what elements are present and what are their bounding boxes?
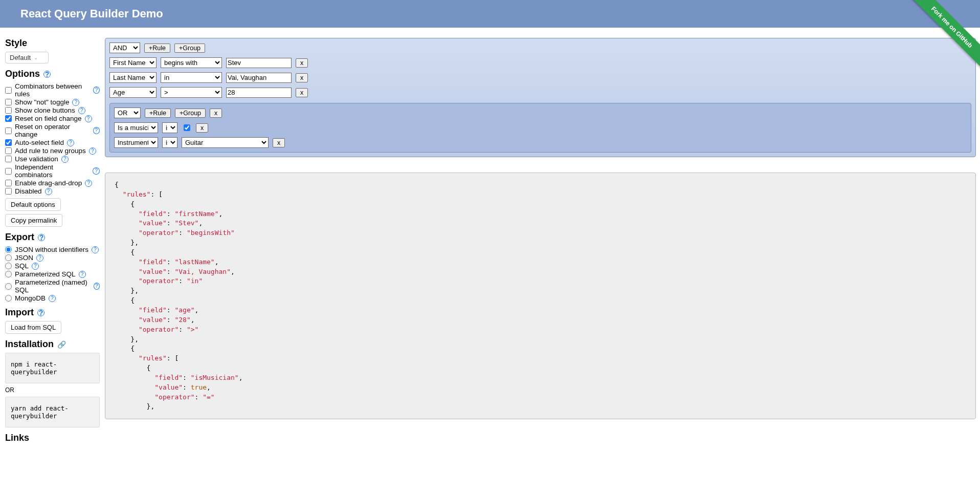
help-icon[interactable]: ? xyxy=(89,147,96,155)
option-row: Use validation? xyxy=(5,155,100,163)
help-icon[interactable]: ? xyxy=(36,254,43,262)
copy-permalink-button[interactable]: Copy permalink xyxy=(5,214,62,227)
help-icon[interactable]: ? xyxy=(94,283,100,290)
operator-select[interactable]: is xyxy=(162,122,177,133)
export-radio[interactable] xyxy=(5,271,12,277)
help-icon[interactable]: ? xyxy=(61,156,69,163)
value-checkbox[interactable] xyxy=(184,124,190,131)
help-icon[interactable]: ? xyxy=(78,107,85,114)
field-select[interactable]: Age xyxy=(109,87,157,98)
option-label: Disabled xyxy=(15,187,42,195)
export-output[interactable]: { "rules": [ { "field": "firstName", "va… xyxy=(105,173,976,419)
export-option-row: JSON? xyxy=(5,254,100,262)
option-checkbox[interactable] xyxy=(5,139,12,146)
rule-row: Instrument is Guitar x xyxy=(114,137,967,148)
export-option-row: Parameterized SQL? xyxy=(5,270,100,278)
install-npm-code[interactable]: npm i react-querybuilder xyxy=(5,353,100,383)
export-heading: Export ? xyxy=(5,232,100,243)
remove-rule-button[interactable]: x xyxy=(273,138,285,147)
option-checkbox[interactable] xyxy=(5,115,12,122)
operator-select[interactable]: in xyxy=(161,72,222,83)
help-icon[interactable]: ? xyxy=(79,271,86,278)
query-builder-inner-group: OR +Rule +Group x Is a musician is x Ins… xyxy=(109,103,971,153)
main-content: AND +Rule +Group First Name begins with … xyxy=(105,28,980,436)
option-checkbox[interactable] xyxy=(5,99,12,105)
export-radio[interactable] xyxy=(5,254,12,261)
help-icon[interactable]: ? xyxy=(45,188,52,195)
options-heading: Options ? xyxy=(5,69,100,79)
value-select[interactable]: Guitar xyxy=(182,137,269,148)
help-icon[interactable]: ? xyxy=(92,246,99,253)
load-from-sql-button[interactable]: Load from SQL xyxy=(5,321,61,334)
query-builder-root: AND +Rule +Group First Name begins with … xyxy=(105,38,976,157)
operator-select[interactable]: begins with xyxy=(161,57,222,68)
remove-group-button[interactable]: x xyxy=(210,109,222,118)
link-icon[interactable]: 🔗 xyxy=(57,340,66,349)
add-rule-button[interactable]: +Rule xyxy=(144,44,170,53)
option-checkbox[interactable] xyxy=(5,87,12,94)
help-icon[interactable]: ? xyxy=(49,295,56,302)
operator-select[interactable]: > xyxy=(161,87,222,98)
option-checkbox[interactable] xyxy=(5,127,12,134)
install-or: OR xyxy=(5,386,100,394)
help-icon[interactable]: ? xyxy=(38,234,45,241)
help-icon[interactable]: ? xyxy=(93,87,100,94)
import-heading: Import ? xyxy=(5,307,100,318)
remove-rule-button[interactable]: x xyxy=(296,73,308,82)
rule-row: Last Name in x xyxy=(109,72,971,83)
help-icon[interactable]: ? xyxy=(72,99,79,106)
remove-rule-button[interactable]: x xyxy=(296,58,308,68)
field-select[interactable]: First Name xyxy=(109,57,157,68)
combinator-select[interactable]: OR xyxy=(114,108,141,118)
install-yarn-code[interactable]: yarn add react-querybuilder xyxy=(5,397,100,427)
option-row: Show "not" toggle? xyxy=(5,98,100,106)
remove-rule-button[interactable]: x xyxy=(296,88,308,97)
export-radio[interactable] xyxy=(5,263,12,269)
field-select[interactable]: Instrument xyxy=(114,137,158,148)
rule-row: Age > x xyxy=(109,87,971,98)
option-checkbox[interactable] xyxy=(5,107,12,114)
value-input[interactable] xyxy=(226,73,292,83)
add-rule-button[interactable]: +Rule xyxy=(145,109,171,118)
app-title: React Query Builder Demo xyxy=(20,7,163,20)
export-radio[interactable] xyxy=(5,246,12,253)
option-label: Auto-select field xyxy=(15,139,64,146)
value-input[interactable] xyxy=(226,88,292,98)
option-label: Reset on operator change xyxy=(15,123,90,138)
option-checkbox[interactable] xyxy=(5,156,12,162)
combinator-select[interactable]: AND xyxy=(109,42,140,53)
style-select[interactable]: Default ⌄ xyxy=(5,52,49,63)
add-group-button[interactable]: +Group xyxy=(174,44,205,53)
help-icon[interactable]: ? xyxy=(32,263,39,270)
remove-rule-button[interactable]: x xyxy=(196,123,208,133)
export-radio[interactable] xyxy=(5,295,12,302)
export-option-row: MongoDB? xyxy=(5,294,100,302)
field-select[interactable]: Is a musician xyxy=(114,122,158,133)
rule-row: Is a musician is x xyxy=(114,122,967,133)
export-option-label: JSON without identifiers xyxy=(15,246,88,253)
option-checkbox[interactable] xyxy=(5,188,12,195)
option-label: Show "not" toggle xyxy=(15,98,69,106)
style-select-value: Default xyxy=(10,54,31,61)
help-icon[interactable]: ? xyxy=(93,127,100,134)
field-select[interactable]: Last Name xyxy=(109,72,157,83)
help-icon[interactable]: ? xyxy=(67,139,74,146)
help-icon[interactable]: ? xyxy=(37,309,44,316)
help-icon[interactable]: ? xyxy=(43,71,51,78)
links-heading: Links xyxy=(5,433,100,443)
add-group-button[interactable]: +Group xyxy=(175,109,206,118)
help-icon[interactable]: ? xyxy=(85,180,92,187)
export-radio[interactable] xyxy=(5,283,12,290)
help-icon[interactable]: ? xyxy=(85,115,92,122)
default-options-button[interactable]: Default options xyxy=(5,198,61,211)
value-input[interactable] xyxy=(226,58,292,68)
option-checkbox[interactable] xyxy=(5,168,12,175)
option-label: Use validation xyxy=(15,155,58,163)
app-header: React Query Builder Demo xyxy=(0,0,980,28)
help-icon[interactable]: ? xyxy=(93,167,100,175)
export-option-label: SQL xyxy=(15,262,29,270)
export-option-label: MongoDB xyxy=(15,294,46,302)
option-checkbox[interactable] xyxy=(5,180,12,186)
operator-select[interactable]: is xyxy=(162,137,177,148)
option-checkbox[interactable] xyxy=(5,147,12,154)
